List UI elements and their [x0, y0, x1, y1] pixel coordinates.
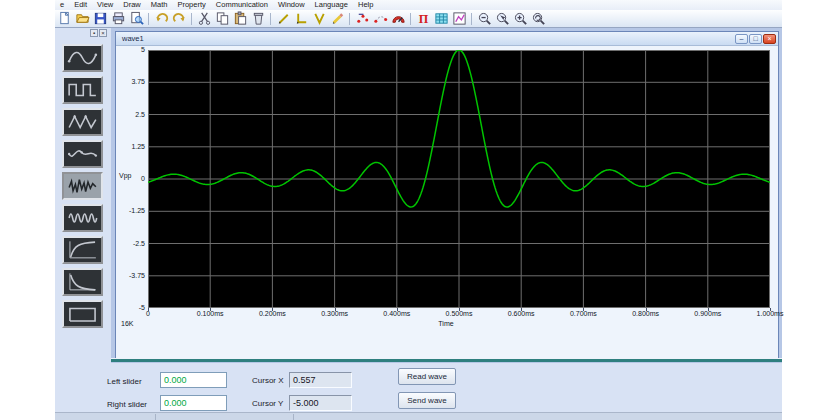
- redo-icon: [172, 11, 187, 26]
- exp-rise-waveform-icon: [65, 239, 100, 261]
- toolbar-point-move-tool-button[interactable]: [353, 11, 371, 27]
- toolbar-point-insert-tool-button[interactable]: [371, 11, 389, 27]
- waveform-plot[interactable]: [148, 50, 770, 308]
- toolbar-zoom-reset-button[interactable]: [529, 11, 547, 27]
- toolbar-equation-tool-button[interactable]: Π: [414, 11, 432, 27]
- toolbar-zoom-in-button[interactable]: [511, 11, 529, 27]
- toolbox-multi-sine-button[interactable]: [62, 204, 103, 232]
- toolbar-save-button[interactable]: [91, 11, 109, 27]
- toolbox-exp-decay-button[interactable]: [62, 268, 103, 296]
- read-wave-button[interactable]: Read wave: [398, 368, 456, 385]
- toolbar-separator: [148, 13, 149, 25]
- y-tick-label: -1.25: [116, 207, 145, 214]
- x-tick-label: 0.200ms: [250, 310, 294, 317]
- menu-item-edit[interactable]: Edit: [69, 0, 92, 10]
- noise-waveform-icon: [65, 175, 100, 197]
- screenshot-stage: eEditViewDrawMathPropertyCommunicationWi…: [0, 0, 840, 420]
- y-tick-label: 0: [116, 175, 145, 182]
- toolbar-gauge-tool-button[interactable]: [389, 11, 407, 27]
- restore-button[interactable]: □: [749, 34, 762, 44]
- wave1-window-controls: – □ ×: [735, 34, 776, 44]
- point-insert-tool-icon: [373, 11, 388, 26]
- toolbar-print-preview-button[interactable]: [127, 11, 145, 27]
- toolbar-delete-button[interactable]: [249, 11, 267, 27]
- menu-item-window[interactable]: Window: [273, 0, 310, 10]
- toolbox-pulse-button[interactable]: [62, 300, 103, 328]
- toolbox-noise-button[interactable]: [62, 172, 103, 200]
- toolbar-vertex-tool-button[interactable]: [310, 11, 328, 27]
- delete-icon: [251, 11, 266, 26]
- zoom-reset-icon: [531, 11, 546, 26]
- y-tick-label: -3.75: [116, 272, 145, 279]
- main-area: ▪× wave1 – □ ×: [55, 28, 782, 363]
- toolbox-pin-button[interactable]: ▪: [90, 29, 98, 37]
- toolbar-redo-button[interactable]: [170, 11, 188, 27]
- x-axis-label: Time: [416, 320, 476, 327]
- x-tick-label: 0.100ms: [188, 310, 232, 317]
- toolbox-close-button[interactable]: ×: [99, 29, 107, 37]
- menu-item-help[interactable]: Help: [353, 0, 378, 10]
- x-tick-label: 0.600ms: [499, 310, 543, 317]
- x-tick-label: 1.000ms: [748, 310, 792, 317]
- left-slider-input[interactable]: [160, 372, 227, 388]
- toolbar-print-button[interactable]: [109, 11, 127, 27]
- send-wave-button[interactable]: Send wave: [398, 392, 456, 409]
- x-tick-label: 0.700ms: [561, 310, 605, 317]
- toolbar-cut-button[interactable]: [195, 11, 213, 27]
- status-bar-separator: [155, 414, 156, 420]
- minimize-button[interactable]: –: [735, 34, 748, 44]
- chart-tool-icon: [452, 11, 467, 26]
- sine-waveform-icon: [65, 47, 100, 69]
- undo-icon: [154, 11, 169, 26]
- vertex-tool-icon: [312, 11, 327, 26]
- toolbar-open-button[interactable]: [73, 11, 91, 27]
- toolbox-square-button[interactable]: [62, 76, 103, 104]
- toolbar-separator: [410, 13, 411, 25]
- plot-area[interactable]: [148, 50, 770, 308]
- toolbar-pencil-tool-button[interactable]: [328, 11, 346, 27]
- triangle-waveform-icon: [65, 111, 100, 133]
- status-bar-separator: [293, 414, 294, 420]
- x-tick-label: 0: [126, 310, 170, 317]
- toolbar-zoom-out-button[interactable]: [475, 11, 493, 27]
- y-tick-label: 1.25: [116, 143, 145, 150]
- control-panel: Left slider Right slider Cursor X 0.557 …: [55, 363, 782, 412]
- toolbar-table-tool-button[interactable]: [432, 11, 450, 27]
- menu-item-property[interactable]: Property: [172, 0, 210, 10]
- toolbar-undo-button[interactable]: [152, 11, 170, 27]
- y-tick-label: 2.5: [116, 111, 145, 118]
- toolbar-new-button[interactable]: [55, 11, 73, 27]
- mdi-bottom-divider: [111, 358, 782, 362]
- sample-count-label: 16K: [121, 320, 133, 327]
- point-move-tool-icon: [355, 11, 370, 26]
- toolbar-polyline-tool-button[interactable]: [292, 11, 310, 27]
- toolbar-paste-button[interactable]: [231, 11, 249, 27]
- wave1-titlebar[interactable]: wave1 – □ ×: [116, 32, 778, 46]
- print-preview-icon: [129, 11, 144, 26]
- toolbar-copy-button[interactable]: [213, 11, 231, 27]
- menu-item-view[interactable]: View: [92, 0, 118, 10]
- new-icon: [57, 11, 72, 26]
- left-slider-label: Left slider: [107, 377, 142, 386]
- menu-item-math[interactable]: Math: [146, 0, 173, 10]
- toolbox-spline-button[interactable]: [62, 140, 103, 168]
- menu-item-draw[interactable]: Draw: [118, 0, 146, 10]
- wave1-window-title: wave1: [116, 34, 144, 43]
- close-button[interactable]: ×: [763, 34, 776, 44]
- toolbar-zoom-select-button[interactable]: [493, 11, 511, 27]
- menu-item-communication[interactable]: Communication: [211, 0, 273, 10]
- x-tick-label: 0.800ms: [624, 310, 668, 317]
- x-tick-label: 0.300ms: [313, 310, 357, 317]
- toolbar-line-tool-button[interactable]: [274, 11, 292, 27]
- svg-text:Π: Π: [418, 12, 428, 26]
- cursor-y-value: -5.000: [289, 395, 352, 411]
- toolbar-separator: [349, 13, 350, 25]
- toolbox-sine-button[interactable]: [62, 44, 103, 72]
- toolbox-exp-rise-button[interactable]: [62, 236, 103, 264]
- right-slider-input[interactable]: [160, 395, 227, 411]
- x-tick-label: 0.400ms: [375, 310, 419, 317]
- toolbar-chart-tool-button[interactable]: [450, 11, 468, 27]
- menu-item-e[interactable]: e: [55, 0, 69, 10]
- menu-item-language[interactable]: Language: [310, 0, 353, 10]
- toolbox-triangle-button[interactable]: [62, 108, 103, 136]
